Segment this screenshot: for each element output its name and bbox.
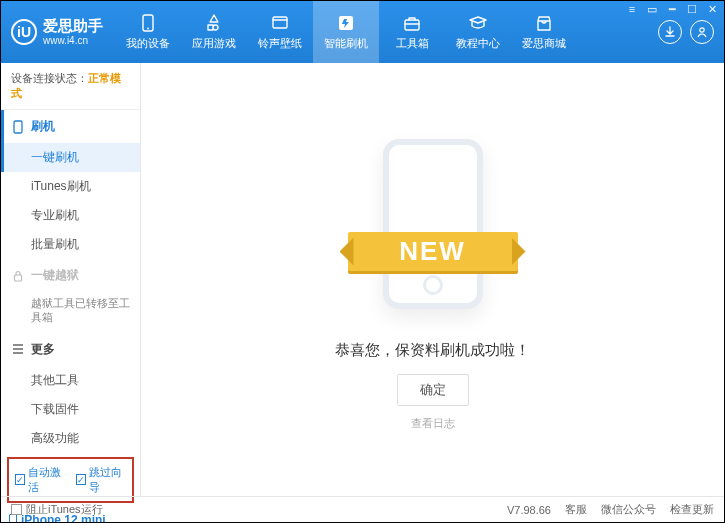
logo-icon: iU [11, 19, 37, 45]
sidebar-section-flash: 刷机 一键刷机iTunes刷机专业刷机批量刷机 [1, 110, 140, 259]
sidebar: 设备连接状态：正常模式 刷机 一键刷机iTunes刷机专业刷机批量刷机 一键越狱 [1, 63, 141, 496]
nav-item-ringtone[interactable]: 铃声壁纸 [247, 1, 313, 63]
connection-label: 设备连接状态： [11, 72, 88, 84]
main-panel: NEW 恭喜您，保资料刷机成功啦！ 确定 查看日志 [141, 63, 724, 496]
sidebar-item-more-0[interactable]: 其他工具 [1, 366, 140, 395]
nav-item-store[interactable]: 爱思商城 [511, 1, 577, 63]
check-icon: ✓ [76, 474, 86, 485]
flash-icon [336, 13, 356, 33]
nav-label: 工具箱 [396, 36, 429, 51]
nav-item-tutorial[interactable]: 教程中心 [445, 1, 511, 63]
phone-icon [11, 120, 25, 134]
app-subtitle: www.i4.cn [43, 35, 103, 46]
apps-icon [204, 13, 224, 33]
sidebar-section-jailbreak: 一键越狱 越狱工具已转移至工具箱 [1, 259, 140, 333]
tutorial-icon [468, 13, 488, 33]
phone-illustration [383, 139, 483, 309]
footer: 阻止iTunes运行 V7.98.66 客服 微信公众号 检查更新 [1, 496, 724, 522]
view-log-link[interactable]: 查看日志 [411, 416, 455, 431]
download-button[interactable] [658, 20, 682, 44]
check-update-link[interactable]: 检查更新 [670, 502, 714, 517]
nav-item-device[interactable]: 我的设备 [115, 1, 181, 63]
menu-icon[interactable]: ≡ [625, 2, 639, 16]
maximize-button[interactable]: ☐ [685, 2, 699, 16]
sidebar-head-jailbreak: 一键越狱 [1, 259, 140, 292]
sidebar-item-flash-2[interactable]: 专业刷机 [1, 201, 140, 230]
sidebar-head-flash[interactable]: 刷机 [1, 110, 140, 143]
sidebar-item-more-2[interactable]: 高级功能 [1, 424, 140, 453]
user-button[interactable] [690, 20, 714, 44]
sidebar-item-flash-0[interactable]: 一键刷机 [1, 143, 140, 172]
ringtone-icon [270, 13, 290, 33]
top-nav: 我的设备应用游戏铃声壁纸智能刷机工具箱教程中心爱思商城 [115, 1, 648, 63]
check-icon: ✓ [15, 474, 25, 485]
store-icon [534, 13, 554, 33]
nav-label: 教程中心 [456, 36, 500, 51]
ok-button[interactable]: 确定 [397, 374, 469, 406]
sidebar-head-more[interactable]: 更多 [1, 333, 140, 366]
block-itunes-label: 阻止iTunes运行 [26, 502, 103, 517]
sidebar-head-more-label: 更多 [31, 341, 55, 358]
close-button[interactable]: ✕ [705, 2, 719, 16]
nav-label: 应用游戏 [192, 36, 236, 51]
ribbon-text: NEW [348, 232, 518, 271]
svg-rect-6 [14, 121, 22, 133]
svg-point-1 [147, 28, 149, 30]
sidebar-item-more-1[interactable]: 下载固件 [1, 395, 140, 424]
checkbox-block-itunes[interactable]: 阻止iTunes运行 [11, 502, 103, 517]
sidebar-head-flash-label: 刷机 [31, 118, 55, 135]
svg-rect-2 [273, 17, 287, 28]
svg-rect-7 [15, 275, 22, 281]
checkbox-skip-guide[interactable]: ✓ 跳过向导 [76, 465, 127, 495]
device-icon [138, 13, 158, 33]
sidebar-item-flash-1[interactable]: iTunes刷机 [1, 172, 140, 201]
wechat-link[interactable]: 微信公众号 [601, 502, 656, 517]
app-window: ≡ ▭ ━ ☐ ✕ iU 爱思助手 www.i4.cn 我的设备应用游戏铃声壁纸… [0, 0, 725, 523]
svg-point-5 [700, 28, 704, 32]
minimize-button[interactable]: ━ [665, 2, 679, 16]
sidebar-section-more: 更多 其他工具下载固件高级功能 [1, 333, 140, 453]
nav-label: 铃声壁纸 [258, 36, 302, 51]
lock-icon [11, 269, 25, 283]
support-link[interactable]: 客服 [565, 502, 587, 517]
svg-rect-4 [405, 20, 419, 30]
skin-icon[interactable]: ▭ [645, 2, 659, 16]
success-message: 恭喜您，保资料刷机成功啦！ [335, 341, 530, 360]
sidebar-head-jailbreak-label: 一键越狱 [31, 267, 79, 284]
checkbox-skip-guide-label: 跳过向导 [89, 465, 127, 495]
nav-label: 我的设备 [126, 36, 170, 51]
app-title: 爱思助手 [43, 18, 103, 35]
jailbreak-note: 越狱工具已转移至工具箱 [1, 292, 140, 333]
nav-item-flash[interactable]: 智能刷机 [313, 1, 379, 63]
illustration: NEW [358, 129, 508, 319]
list-icon [11, 342, 25, 356]
header: iU 爱思助手 www.i4.cn 我的设备应用游戏铃声壁纸智能刷机工具箱教程中… [1, 1, 724, 63]
checkbox-icon [11, 504, 22, 515]
window-controls: ≡ ▭ ━ ☐ ✕ [625, 2, 719, 16]
toolbox-icon [402, 13, 422, 33]
nav-item-toolbox[interactable]: 工具箱 [379, 1, 445, 63]
checkbox-auto-activate-label: 自动激活 [28, 465, 66, 495]
sidebar-item-flash-3[interactable]: 批量刷机 [1, 230, 140, 259]
body: 设备连接状态：正常模式 刷机 一键刷机iTunes刷机专业刷机批量刷机 一键越狱 [1, 63, 724, 496]
connection-status: 设备连接状态：正常模式 [1, 63, 140, 110]
nav-label: 智能刷机 [324, 36, 368, 51]
nav-label: 爱思商城 [522, 36, 566, 51]
new-ribbon: NEW [348, 232, 518, 271]
logo: iU 爱思助手 www.i4.cn [1, 1, 115, 63]
checkbox-auto-activate[interactable]: ✓ 自动激活 [15, 465, 66, 495]
version-label: V7.98.66 [507, 504, 551, 516]
nav-item-apps[interactable]: 应用游戏 [181, 1, 247, 63]
